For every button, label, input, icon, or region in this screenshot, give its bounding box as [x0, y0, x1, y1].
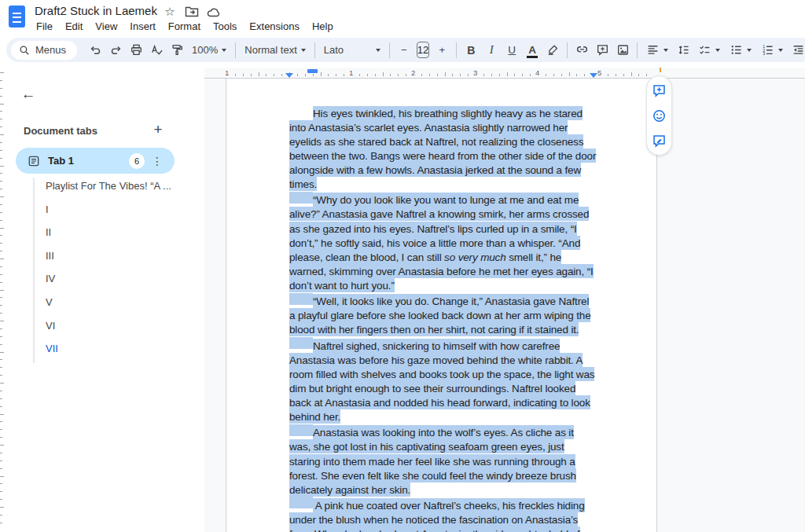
decrease-indent-button[interactable] [788, 40, 805, 61]
spellcheck-button[interactable] [146, 40, 167, 61]
ruler-tick [0, 328, 2, 329]
outline-item[interactable]: VI [46, 314, 191, 338]
right-indent-marker[interactable] [590, 73, 597, 78]
document-tabs-title: Document tabs [24, 125, 97, 137]
image-icon [616, 43, 630, 57]
tab-options-icon[interactable]: ⋮ [149, 153, 165, 169]
cloud-status-icon[interactable] [206, 5, 222, 19]
ruler-tick [398, 74, 399, 76]
zoom-select[interactable]: 100% [187, 44, 231, 56]
ruler-tick [0, 282, 2, 283]
text-color-button[interactable]: A [522, 40, 542, 61]
add-comment-button[interactable] [592, 40, 612, 61]
outline-item-active[interactable]: VII [46, 337, 191, 361]
ruler-tick [0, 344, 2, 345]
horizontal-ruler: 112345 [204, 68, 805, 79]
ruler-tick [359, 74, 360, 76]
tab-badge: 6 [129, 153, 145, 169]
document-text[interactable]: His eyes twinkled, his breathing slightl… [289, 105, 597, 532]
left-indent-marker[interactable] [285, 73, 293, 78]
ruler-tick [0, 158, 2, 159]
ruler-tick [623, 74, 624, 76]
ruler-tick [0, 150, 2, 151]
menu-format[interactable]: Format [162, 19, 207, 34]
highlight-color-button[interactable] [542, 40, 563, 61]
paragraph[interactable]: His eyes twinkled, his breathing slightl… [289, 105, 597, 192]
style-value: Normal text [244, 44, 296, 56]
ruler-tick [0, 259, 4, 259]
ruler-tick [0, 383, 4, 383]
document-title[interactable]: Draft2 Stuck in Laemek [35, 4, 157, 17]
add-comment-icon [652, 83, 667, 98]
bulleted-list-select[interactable] [725, 43, 756, 57]
menus-search-button[interactable]: Menus [11, 41, 77, 60]
emoji-reaction-button[interactable] [652, 108, 667, 123]
paragraph[interactable]: “Well, it looks like you do. Change it,”… [289, 293, 597, 337]
ruler-tick [452, 74, 453, 76]
ruler-tick [0, 173, 2, 174]
align-select[interactable] [641, 43, 673, 57]
back-arrow-button[interactable]: ← [17, 83, 39, 105]
outline-item[interactable]: I [46, 198, 191, 222]
outline-item[interactable]: Playlist For The Vibes! “A ... [46, 174, 191, 198]
ruler-tick [0, 104, 4, 105]
ruler-tick [0, 352, 4, 353]
menu-file[interactable]: File [30, 19, 59, 34]
checklist-select[interactable] [693, 43, 725, 57]
toolbar-divider [637, 42, 638, 58]
outline-item[interactable]: V [46, 291, 191, 314]
underline-button[interactable]: U [502, 40, 522, 61]
ruler-tick [0, 460, 2, 461]
first-line-indent-marker[interactable] [307, 69, 318, 73]
italic-button[interactable]: I [481, 40, 502, 61]
ruler-tick [491, 74, 492, 76]
menu-view[interactable]: View [89, 19, 123, 34]
ruler-tick [0, 189, 2, 189]
add-tab-button[interactable]: + [148, 119, 168, 140]
menu-tools[interactable]: Tools [207, 19, 243, 34]
menu-edit[interactable]: Edit [59, 19, 89, 34]
add-comment-icon [596, 43, 609, 57]
undo-button[interactable] [85, 40, 105, 61]
paragraph[interactable]: “Why do you look like you want to lunge … [289, 192, 597, 293]
star-icon[interactable]: ☆ [162, 5, 178, 19]
insert-link-button[interactable] [572, 40, 592, 61]
increase-font-size-button[interactable]: + [432, 40, 452, 61]
chevron-down-icon [663, 49, 668, 52]
ruler-tick [266, 74, 266, 76]
menu-insert[interactable]: Insert [123, 19, 162, 34]
insert-image-button[interactable] [612, 40, 633, 61]
line-spacing-button[interactable] [673, 40, 693, 61]
print-button[interactable] [126, 40, 146, 61]
numbered-list-select[interactable]: 1 2 3 [756, 43, 788, 57]
paragraph[interactable]: A pink hue coated over Naftrel’s cheeks,… [289, 497, 597, 532]
font-size-input[interactable]: 12 [417, 42, 429, 58]
add-comment-button-floating[interactable] [652, 83, 667, 98]
ruler-tick [0, 491, 2, 492]
svg-text:3: 3 [763, 51, 765, 56]
paint-format-button[interactable] [167, 40, 187, 61]
google-docs-logo[interactable] [9, 6, 25, 28]
ruler-tick [328, 74, 329, 76]
toolbar-divider [314, 42, 315, 58]
decrease-font-size-button[interactable]: − [394, 40, 414, 61]
paragraph[interactable]: Naftrel sighed, snickering to himself wi… [289, 337, 597, 424]
tab-item-selected[interactable]: Tab 1 6 ⋮ [16, 148, 175, 174]
highlighter-icon [546, 43, 560, 57]
move-to-folder-icon[interactable] [184, 5, 200, 19]
bold-button[interactable]: B [461, 40, 481, 61]
font-select[interactable]: Lato [319, 44, 385, 56]
ruler-tick [0, 499, 2, 500]
outline-item[interactable]: II [46, 221, 191, 244]
suggest-edits-button[interactable] [652, 133, 667, 149]
paragraph-style-select[interactable]: Normal text [240, 44, 310, 56]
outline-item[interactable]: III [46, 244, 191, 268]
document-page[interactable]: His eyes twinkled, his breathing slightl… [226, 79, 657, 532]
menu-help[interactable]: Help [306, 19, 340, 34]
ruler-tick [0, 212, 2, 213]
menu-extensions[interactable]: Extensions [243, 19, 306, 34]
paragraph[interactable]: Anastasia was looking into the wolf’s ey… [289, 424, 597, 497]
first-line-indent [289, 192, 313, 204]
outline-item[interactable]: IV [46, 267, 191, 291]
redo-button[interactable] [105, 40, 126, 61]
